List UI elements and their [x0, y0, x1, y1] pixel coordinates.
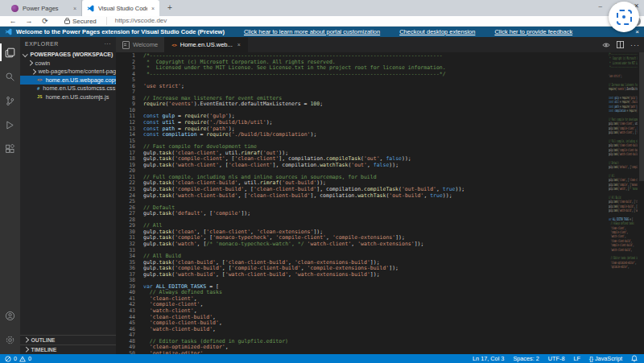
line-number: 8 — [116, 96, 143, 102]
tab-close-icon[interactable]: × — [151, 6, 155, 11]
code-line[interactable]: 25 — [116, 199, 644, 205]
code-text[interactable]: gulp.task('watch', [/* 'monaco-typecheck… — [609, 187, 638, 191]
code-line[interactable]: 32gulp.task('watch', [/* 'monaco-typeche… — [116, 241, 644, 248]
css-file-icon: # — [37, 86, 39, 91]
problems-indicator[interactable]: 0 0 — [5, 355, 31, 362]
code-line: 9require('events').EventEmitter.defaultM… — [609, 87, 638, 91]
code-text[interactable]: require('events').EventEmitter.defaultMa… — [609, 87, 638, 91]
code-text[interactable]: require('events').EventEmitter.defaultMa… — [143, 101, 323, 108]
tree-item-folder[interactable]: web-pages/home/content-pages — [20, 68, 116, 76]
code-line[interactable]: 46 'watch-client-build', — [116, 327, 644, 333]
code-line[interactable]: 27gulp.task('default', ['compile']); — [116, 211, 644, 217]
code-text[interactable]: gulp.task('watch-client', ['clean-client… — [143, 163, 398, 169]
tab-close-icon[interactable]: × — [237, 42, 241, 47]
code-editor[interactable]: 1/*-------------------------------------… — [116, 52, 644, 354]
cursor-position[interactable]: Ln 17, Col 3 — [473, 355, 504, 362]
window-minimize-button[interactable]: – — [599, 0, 602, 11]
workspace-header[interactable]: POWERPAGES (WORKSPACE) — [20, 50, 116, 59]
code-text[interactable]: gulp.task('watch-build', ['watch-client-… — [143, 272, 380, 278]
line-number: 6 — [116, 84, 143, 90]
code-line[interactable]: 4 *-------------------------------------… — [116, 72, 644, 78]
code-line[interactable]: 14const compilation = require('./build/l… — [116, 132, 644, 138]
code-text[interactable]: const compilation = require('./build/lib… — [143, 132, 316, 138]
editor-scrollbar[interactable] — [639, 52, 644, 181]
code-line[interactable]: 37gulp.task('watch-build', ['watch-clien… — [116, 272, 644, 278]
notifications-bell-icon[interactable] — [631, 355, 638, 362]
code-text[interactable]: 'watch-client-build', — [609, 248, 632, 252]
split-editor-icon[interactable] — [617, 41, 624, 48]
code-text[interactable]: 'use strict'; — [609, 74, 621, 78]
code-line[interactable]: 6'use strict'; — [116, 84, 644, 90]
browser-tab-strip: Power Pages × Visual Studio Code × + – ☐… — [0, 0, 644, 16]
browser-tab-vscode[interactable]: Visual Studio Code × — [82, 0, 159, 16]
settings-gear-icon[interactable] — [0, 328, 20, 352]
code-text[interactable]: const compilation = require('./build/lib… — [609, 109, 638, 113]
explorer-actions-icon[interactable]: ··· — [104, 41, 111, 47]
lock-icon — [64, 18, 70, 24]
source-control-icon[interactable] — [0, 89, 20, 113]
address-url[interactable]: https://vscode.dev — [106, 17, 167, 25]
code-line[interactable]: 5 — [116, 77, 644, 84]
timeline-section[interactable]: TIMELINE — [20, 344, 116, 354]
code-line: 19gulp.task('watch-client', ['clean-clie… — [609, 130, 638, 134]
tree-item-file-selected[interactable]: <> home.en.US.webpage.copy.html — [20, 76, 116, 85]
search-icon[interactable] — [0, 64, 20, 89]
code-text[interactable]: gulp.task('default', ['compile']); — [143, 211, 250, 217]
vscode-banner-icon — [5, 28, 12, 35]
banner-link-feedback[interactable]: Click her to provide feedback — [494, 28, 572, 35]
code-text[interactable]: 'watch-client-build', — [143, 327, 216, 333]
preview-icon[interactable] — [602, 42, 610, 48]
code-text[interactable]: gulp.task('watch-build', ['watch-client-… — [609, 208, 638, 212]
tab-close-icon[interactable]: × — [73, 6, 76, 11]
back-button[interactable]: ← — [5, 17, 21, 25]
code-text[interactable]: gulp.task('default', ['compile']); — [609, 165, 638, 169]
banner-link-portal-customization[interactable]: Click hear to learn more about portal cu… — [244, 28, 380, 35]
explorer-icon[interactable] — [0, 40, 20, 64]
eol-indicator[interactable]: LF — [574, 355, 581, 362]
banner-close-icon[interactable]: × — [635, 28, 639, 35]
minimap[interactable]: 1/*-------------------------------------… — [609, 52, 638, 283]
banner-text: Welcome to the Power Pages extension for… — [16, 28, 225, 35]
line-number: 3 — [116, 65, 143, 72]
vscode-workbench: EXPLORER ··· POWERPAGES (WORKSPACE) cowi… — [0, 37, 644, 354]
code-line[interactable]: 33 — [116, 248, 644, 254]
accounts-icon[interactable] — [0, 303, 20, 328]
refresh-button[interactable]: ⟳ — [37, 17, 53, 25]
editor-group: Welcome <> Home.en.US.web... × ··· 1/*-- — [116, 37, 644, 354]
more-actions-icon[interactable]: ··· — [630, 41, 640, 49]
tab-welcome[interactable]: Welcome — [116, 37, 165, 52]
tree-item-file[interactable]: # home.en.US.customcss.css — [20, 85, 116, 93]
code-line[interactable]: 19gulp.task('watch-client', ['clean-clie… — [116, 163, 644, 169]
extensions-icon[interactable] — [0, 137, 20, 161]
code-text[interactable]: *---------------------------------------… — [143, 72, 446, 78]
code-line[interactable]: 28 — [116, 217, 644, 224]
tree-item-folder[interactable]: cowin — [20, 59, 116, 68]
code-line[interactable]: 9require('events').EventEmitter.defaultM… — [116, 101, 644, 108]
indentation[interactable]: Spaces: 2 — [513, 355, 539, 362]
code-text[interactable]: 'optimize-editor', — [609, 265, 629, 269]
language-mode[interactable]: {} JavaScript — [589, 355, 622, 362]
new-tab-button[interactable]: + — [164, 2, 175, 14]
workspace-label: POWERPAGES (WORKSPACE) — [31, 52, 114, 57]
encoding[interactable]: UTF-8 — [548, 355, 565, 362]
code-text[interactable]: *---------------------------------------… — [609, 65, 638, 69]
html-file-icon: <> — [171, 43, 177, 47]
browser-tab-power-pages[interactable]: Power Pages × — [6, 0, 82, 16]
capture-dot-icon — [622, 15, 625, 19]
capture-frame-icon — [617, 10, 632, 25]
code-text[interactable]: gulp.task('watch-client', ['clean-client… — [609, 130, 638, 134]
minimap-content: 1/*-------------------------------------… — [609, 52, 638, 270]
banner-link-desktop-extension[interactable]: Checkout desktop extension — [399, 28, 475, 35]
tree-item-file[interactable]: JS home.en.US.customjs.js — [20, 93, 116, 101]
forward-button[interactable]: → — [21, 17, 37, 25]
code-line[interactable]: 24gulp.task('watch-client-build', ['clea… — [116, 193, 644, 200]
code-text[interactable]: 'use strict'; — [143, 84, 184, 90]
outline-section[interactable]: OUTLINE — [20, 335, 116, 344]
line-number: 7 — [116, 89, 143, 96]
code-text[interactable]: gulp.task('watch-client-build', ['clean-… — [609, 152, 638, 156]
code-text[interactable]: gulp.task('watch', [/* 'monaco-typecheck… — [143, 241, 423, 248]
run-debug-icon[interactable] — [0, 113, 20, 137]
tab-home-webpage[interactable]: <> Home.en.US.web... × — [165, 37, 248, 52]
code-text[interactable]: gulp.task('watch-client-build', ['clean-… — [143, 193, 452, 200]
code-line: 14const compilation = require('./build/l… — [609, 109, 638, 113]
